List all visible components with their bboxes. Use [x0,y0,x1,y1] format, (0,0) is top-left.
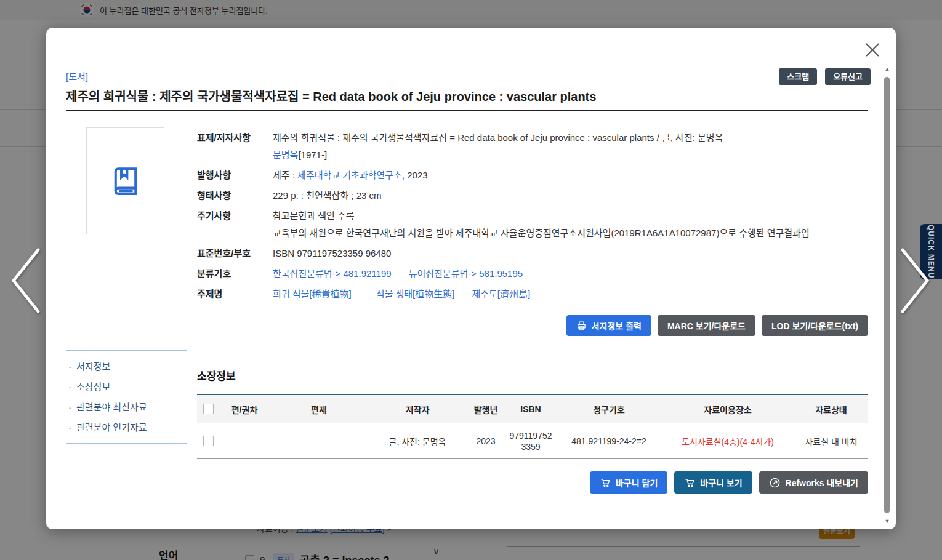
view-cart-label: 바구니 보기 [700,476,742,489]
title-statement-text: 제주의 희귀식물 : 제주의 국가생물적색자료집 = Red data book… [273,131,871,145]
col-call-number: 청구기호 [557,403,661,415]
detail-value: 참고문헌과 색인 수록 교육부의 재원으로 한국연구재단의 지원을 받아 제주대… [273,209,871,240]
pub-year: 2023 [405,170,428,180]
lod-button-label: LOD 보기/다운로드(txt) [771,319,858,332]
scroll-up-icon[interactable]: ▲ [883,66,892,72]
book-title: 제주의 희귀식물 : 제주의 국가생물적색자료집 = Red data book… [66,87,866,105]
print-bibliography-button[interactable]: 서지정보 출력 [566,315,651,336]
detail-label: 분류기호 [197,267,273,281]
marc-button-label: MARC 보기/다운로드 [667,319,746,332]
scroll-down-icon[interactable]: ▼ [883,518,892,524]
detail-value: 희귀 식물[稀貴植物]식물 생태[植物生態]제주도[濟州島] [273,287,871,301]
nav-item-recent-materials[interactable]: 관련분야 최신자료 [68,400,187,413]
kdc-link[interactable]: 한국십진분류법-> 481.921199 [273,268,392,279]
book-cover-placeholder [86,127,164,234]
detail-label: 표준번호/부호 [197,247,273,260]
ddc-link[interactable]: 듀이십진분류법-> 581.95195 [409,268,523,279]
cart-icon [684,477,695,488]
col-author: 저작자 [368,403,467,415]
row-checkbox[interactable] [203,436,214,446]
cell-location[interactable]: 도서자료실(4층)(4-4서가) [661,435,794,447]
refworks-label: Refworks 내보내기 [786,476,858,489]
add-to-cart-label: 바구니 담기 [616,476,658,489]
export-icon [769,477,781,489]
nav-item-popular-materials[interactable]: 관련분야 인기자료 [68,420,187,433]
subject-link[interactable]: 희귀 식물[稀貴植物] [273,289,352,299]
detail-value: 제주 : 제주대학교 기초과학연구소, 2023 [273,169,871,182]
lod-view-download-button[interactable]: LOD 보기/다운로드(txt) [762,315,868,336]
author-dates: [1971-] [298,150,327,160]
subject-link[interactable]: 제주도[濟州島] [472,289,530,299]
nav-item-holdings[interactable]: 소장정보 [68,380,187,393]
title-rule [66,110,868,111]
add-to-cart-button[interactable]: 바구니 담기 [590,471,667,494]
detail-value: 제주의 희귀식물 : 제주의 국가생물적색자료집 = Red data book… [273,131,871,162]
detail-row-standard-number: 표준번호/부호 ISBN 9791197523359 96480 [197,247,871,260]
book-icon [108,163,143,199]
book-detail-modal: 스크랩 오류신고 [도서] 제주의 희귀식물 : 제주의 국가생물적색자료집 =… [46,28,896,529]
detail-label: 표제/저자사항 [197,131,273,162]
holdings-header-row: 편/권차 편제 저작자 발행년 ISBN 청구기호 자료이용장소 자료상태 [197,395,868,423]
category-tag: [도서] [66,70,88,82]
col-part: 편제 [270,403,368,415]
cell-isbn: 9791197523359 [505,430,557,452]
nav-item-bibliography[interactable]: 서지정보 [68,359,187,372]
detail-row-physical: 형태사항 229 p. : 천연색삽화 ; 23 cm [197,189,871,202]
isbn-text: ISBN 9791197523359 96480 [273,247,871,260]
detail-value: 한국십진분류법-> 481.921199듀이십진분류법-> 581.95195 [273,267,871,281]
modal-scrollbar[interactable]: ▲ ▼ [883,66,892,524]
scrollbar-thumb[interactable] [884,77,890,513]
author-link[interactable]: 문명옥 [273,150,298,160]
bibliographic-details: 표제/저자사항 제주의 희귀식물 : 제주의 국가생물적색자료집 = Red d… [197,131,871,308]
modal-section-nav: 서지정보 소장정보 관련분야 최신자료 관련분야 인기자료 [66,350,187,444]
cell-year: 2023 [467,436,505,446]
col-vol: 편/권차 [219,403,270,415]
close-icon[interactable] [864,41,881,58]
detail-label: 주기사항 [197,209,273,240]
cell-call-number: 481.921199-24-2=2 [557,436,661,446]
cell-status: 자료실 내 비치 [794,435,868,447]
subject-link[interactable]: 식물 생태[植物生態] [376,289,455,299]
printer-icon [576,321,587,331]
holdings-section: 소장정보 편/권차 편제 저작자 발행년 ISBN 청구기호 자료이용장소 자료… [197,367,868,459]
col-location: 자료이용장소 [661,403,794,415]
detail-row-classification: 분류기호 한국십진분류법-> 481.921199듀이십진분류법-> 581.9… [197,267,871,281]
publisher-link[interactable]: 제주대학교 기초과학연구소, [297,170,405,180]
detail-label: 형태사항 [197,189,273,202]
notes-line1: 참고문헌과 색인 수록 [273,209,871,223]
select-all-checkbox[interactable] [203,404,214,414]
col-isbn: ISBN [505,404,557,415]
detail-row-publication: 발행사항 제주 : 제주대학교 기초과학연구소, 2023 [197,169,871,182]
view-cart-button[interactable]: 바구니 보기 [674,471,752,494]
col-status: 자료상태 [794,403,868,415]
cart-icon [600,477,611,488]
holdings-title: 소장정보 [197,367,868,383]
detail-label: 발행사항 [197,169,273,182]
detail-row-subjects: 주제명 희귀 식물[稀貴植物]식물 생태[植物生態]제주도[濟州島] [197,287,871,301]
print-button-label: 서지정보 출력 [592,319,642,332]
next-item-arrow[interactable] [898,246,933,315]
holdings-data-row: 글, 사진: 문명옥 2023 9791197523359 481.921199… [197,423,868,459]
marc-view-download-button[interactable]: MARC 보기/다운로드 [658,315,755,336]
detail-row-notes: 주기사항 참고문헌과 색인 수록 교육부의 재원으로 한국연구재단의 지원을 받… [197,209,871,240]
col-year: 발행년 [467,403,505,415]
cell-author: 글, 사진: 문명옥 [368,435,467,447]
scrap-button[interactable]: 스크랩 [779,68,817,85]
prev-item-arrow[interactable] [7,246,43,315]
detail-label: 주제명 [197,287,273,301]
notes-line2: 교육부의 재원으로 한국연구재단의 지원을 받아 제주대학교 자율운영중점연구소… [273,226,871,240]
refworks-export-button[interactable]: Refworks 내보내기 [759,471,868,494]
pub-place: 제주 : [273,170,297,180]
physical-text: 229 p. : 천연색삽화 ; 23 cm [273,189,871,202]
detail-row-title-statement: 표제/저자사항 제주의 희귀식물 : 제주의 국가생물적색자료집 = Red d… [197,131,871,162]
error-report-button[interactable]: 오류신고 [825,68,871,85]
holdings-table: 편/권차 편제 저작자 발행년 ISBN 청구기호 자료이용장소 자료상태 글,… [197,394,868,459]
